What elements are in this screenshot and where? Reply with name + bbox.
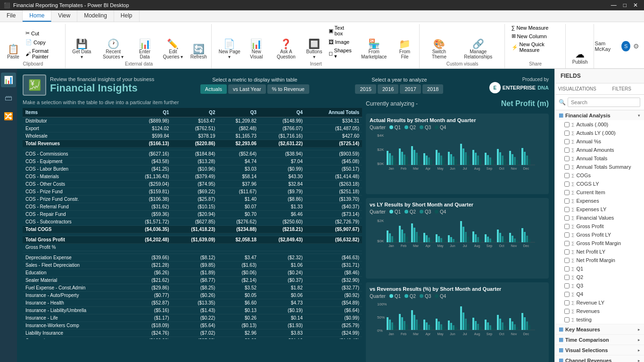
from-file-button[interactable]: 📁 From File (394, 38, 415, 60)
minimize-btn[interactable]: — (609, 2, 619, 8)
search-input[interactable] (568, 98, 640, 107)
field-checkbox[interactable] (564, 232, 570, 238)
field-item[interactable]: ∑ Net Profit LY (555, 247, 644, 256)
field-group-header-1[interactable]: ▦ Key Measures ▸ (555, 324, 644, 334)
recent-sources-button[interactable]: 🕐 Recent Sources ▾ (95, 38, 131, 60)
field-checkbox[interactable] (564, 173, 570, 178)
field-group-header-0[interactable]: ▦ Financial Analysis ▾ (555, 110, 644, 120)
table-row[interactable]: Total Revenues ($166.13) ($220.86) $2,29… (23, 140, 362, 148)
table-row[interactable]: COS - Other Costs ($259.04) ($74.95) $37… (23, 181, 362, 188)
edit-queries-button[interactable]: ✏️ Edit Queries ▾ (158, 38, 188, 60)
field-item[interactable]: ∑ COGS LY (555, 180, 644, 188)
field-checkbox[interactable] (564, 249, 570, 255)
field-item[interactable]: ∑ Revenue LY (555, 298, 644, 307)
nav-report-icon[interactable]: 📊 (1, 73, 16, 87)
field-item[interactable]: ∑ testing (555, 315, 644, 324)
tab-help[interactable]: Help (114, 10, 140, 22)
field-group-header-2[interactable]: ▦ Time Comparison ▸ (555, 335, 644, 345)
settings-icon[interactable]: ⚙ (633, 42, 639, 50)
field-item[interactable]: ∑ Annual Totals (555, 154, 644, 163)
year-2015-btn[interactable]: 2015 (355, 84, 376, 94)
field-item[interactable]: ∑ Q4 (555, 290, 644, 298)
buttons-button[interactable]: 🔲 Buttons ▾ (304, 38, 324, 60)
format-painter-button[interactable]: 🖌 Format Painter (24, 47, 61, 60)
field-checkbox[interactable] (564, 181, 570, 187)
table-row[interactable]: COS - Materials ($1,136.43) ($379.49) $5… (23, 173, 362, 181)
table-row[interactable]: COS - Prize Fund ($159.81) ($69.22) ($11… (23, 188, 362, 196)
table-row[interactable]: Sales - Fleet Depreciation ($21.28) ($9.… (23, 262, 362, 269)
field-checkbox[interactable] (564, 131, 570, 136)
close-btn[interactable]: ✕ (631, 2, 640, 8)
field-item[interactable]: ∑ Q2 (555, 273, 644, 281)
field-checkbox[interactable] (564, 292, 570, 297)
field-item[interactable]: ∑ Gross Profit LY (555, 230, 644, 239)
tab-view[interactable]: View (51, 10, 77, 22)
pct-revenue-metric-btn[interactable]: % to Revenue (267, 84, 309, 94)
field-checkbox[interactable] (564, 215, 570, 221)
enter-data-button[interactable]: 📊 Enter Data (133, 38, 156, 60)
field-checkbox[interactable] (564, 309, 570, 314)
table-row[interactable]: Distributor ($889.98) $163.47 $1,209.82 … (23, 117, 362, 125)
field-item[interactable]: ∑ Expenses (555, 197, 644, 205)
tab-visualizations[interactable]: VISUALIZATIONS (555, 83, 600, 94)
ask-question-button[interactable]: ❓ Ask A Question (270, 38, 302, 60)
field-checkbox[interactable] (564, 241, 570, 246)
field-item[interactable]: ∑ Expenses LY (555, 205, 644, 214)
text-box-button[interactable]: ▣ Text box (327, 24, 354, 37)
table-row[interactable]: Insurance - Auto/Property ($0.77) ($0.26… (23, 292, 362, 299)
field-item[interactable]: ∑ Annual Amounts (555, 146, 644, 154)
field-checkbox[interactable] (564, 165, 570, 170)
year-2017-btn[interactable]: 2017 (400, 84, 421, 94)
table-row[interactable]: COS - Labor Burden ($41.25) ($10.96) $3.… (23, 165, 362, 173)
table-row[interactable]: Insurance - Liability/Umbrella ($5.16) (… (23, 307, 362, 314)
field-item[interactable]: ∑ Net Profit Margin (555, 256, 644, 264)
refresh-button[interactable]: 🔄 Refresh (190, 43, 207, 60)
field-checkbox[interactable] (564, 300, 570, 305)
tab-filters[interactable]: FILTERS (600, 83, 644, 94)
table-row[interactable]: Export $124.02 ($762.51) ($82.48) ($766.… (23, 125, 362, 132)
new-measure-button[interactable]: ∑ New Measure (510, 24, 551, 32)
table-row[interactable]: COS - Referral Fund ($31.62) ($10.15) $0… (23, 203, 362, 211)
table-row[interactable]: Total Gross Profit ($4,202.48) ($1,639.0… (23, 236, 362, 244)
field-item[interactable]: ∑ Current Item (555, 188, 644, 197)
field-checkbox[interactable] (564, 224, 570, 229)
field-checkbox[interactable] (564, 283, 570, 288)
field-checkbox[interactable] (564, 156, 570, 161)
field-checkbox[interactable] (564, 258, 570, 263)
table-row[interactable]: COS - Commissions ($627.16) ($184.84) ($… (23, 150, 362, 158)
switch-theme-button[interactable]: 🎨 Switch Theme (424, 38, 454, 60)
image-button[interactable]: 🖼 Image (327, 38, 354, 46)
year-2016-btn[interactable]: 2016 (378, 84, 398, 94)
new-page-button[interactable]: 📄 New Page ▾ (216, 38, 242, 60)
field-checkbox[interactable] (564, 190, 570, 195)
nav-model-icon[interactable]: 🔀 (1, 109, 16, 123)
table-row[interactable]: Insurance - Health ($52.87) ($13.35) $6.… (23, 299, 362, 307)
table-row[interactable]: Gross Profit % (23, 244, 362, 251)
nav-data-icon[interactable]: 🗃 (2, 91, 15, 105)
vs-last-year-metric-btn[interactable]: vs Last Year (228, 84, 266, 94)
field-item[interactable]: ∑ Financial Values (555, 214, 644, 222)
field-checkbox[interactable] (564, 317, 570, 322)
table-row[interactable]: Education ($6.26) ($1.89) ($0.06) ($0.24… (23, 269, 362, 277)
maximize-btn[interactable]: □ (621, 2, 629, 8)
table-row[interactable]: COS - Repair Fund ($59.36) ($20.94) $0.7… (23, 211, 362, 218)
cut-button[interactable]: ✂ Cut (24, 29, 61, 37)
table-row[interactable]: Insurance - Life ($1.17) ($0.22) $0.26 $… (23, 314, 362, 322)
table-row[interactable]: Fuel Expense - Const.Admin ($29.86) ($8.… (23, 284, 362, 292)
table-scroll-wrapper[interactable]: Items Q1 Q2 Q3 Q4 Annual Totals Distribu… (23, 108, 362, 339)
field-item[interactable]: ∑ Gross Profit (555, 222, 644, 230)
field-item[interactable]: ∑ COGs (555, 171, 644, 180)
field-group-header-3[interactable]: ▦ Visual Selections ▸ (555, 345, 644, 355)
tab-modeling[interactable]: Modeling (77, 10, 114, 22)
field-item[interactable]: ∑ Gross Profit Margin (555, 239, 644, 247)
paste-button[interactable]: 📋 Paste (5, 43, 22, 60)
table-row[interactable]: Total COGS ($4,036.35) ($1,418.23) ($234… (23, 226, 362, 233)
field-checkbox[interactable] (564, 207, 570, 212)
table-row[interactable]: COS - Equipment ($43.58) ($13.28) $4.74 … (23, 158, 362, 165)
field-checkbox[interactable] (564, 266, 570, 272)
field-item[interactable]: ∑ Annual Totals Summary (555, 163, 644, 171)
field-checkbox[interactable] (564, 139, 570, 144)
tab-home[interactable]: Home (23, 10, 51, 22)
new-visual-button[interactable]: 📊 New Visual (244, 38, 268, 60)
shapes-button[interactable]: ◻ Shapes ▾ (327, 47, 354, 60)
